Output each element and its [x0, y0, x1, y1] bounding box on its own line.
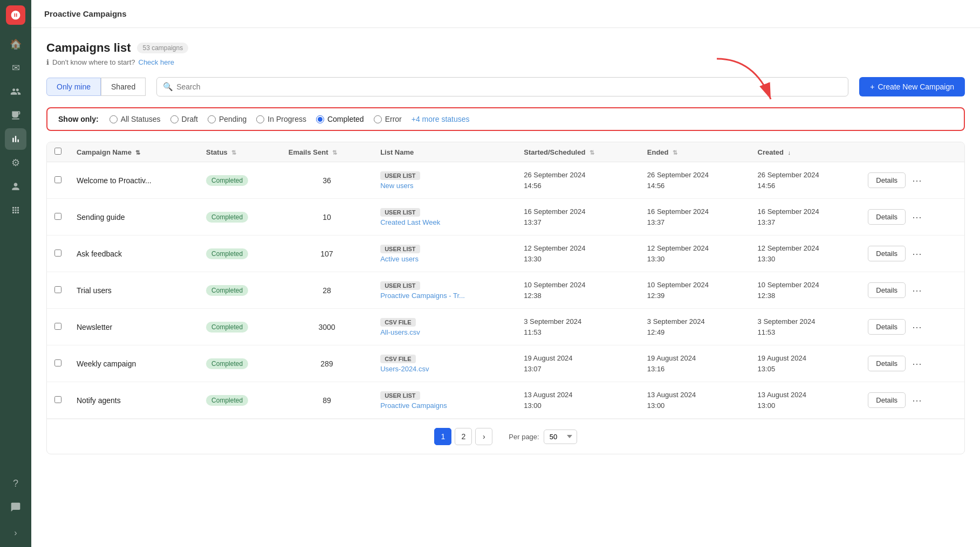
emails-sent-4: 3000 — [281, 309, 373, 345]
pagination: 1 2 › Per page: 50 25 100 — [47, 419, 964, 454]
only-mine-btn[interactable]: Only mine — [46, 78, 101, 96]
sidebar-item-users[interactable] — [5, 176, 26, 197]
list-type-badge-2: USER LIST — [380, 245, 420, 253]
plus-icon: + — [870, 82, 874, 91]
details-btn-6[interactable]: Details — [868, 392, 906, 408]
actions-2: Details ⋯ — [860, 236, 964, 272]
list-name-link-5[interactable]: Users-2024.csv — [380, 365, 429, 373]
page-1-btn[interactable]: 1 — [434, 428, 451, 445]
search-icon: 🔍 — [163, 82, 173, 92]
sidebar-item-settings[interactable]: ⚙ — [5, 152, 26, 174]
app-title: Proactive Campaigns — [44, 9, 127, 18]
details-btn-5[interactable]: Details — [868, 356, 906, 371]
row-checkbox-input-4[interactable] — [54, 323, 61, 330]
status-in-progress[interactable]: In Progress — [256, 115, 306, 123]
sidebar-item-chat[interactable] — [5, 496, 26, 518]
page-next-btn[interactable]: › — [475, 428, 492, 445]
status-badge-0: Completed — [206, 175, 248, 186]
row-checkbox-input-3[interactable] — [54, 286, 61, 293]
table-row: Notify agents Completed 89 USER LIST Pro… — [47, 382, 964, 419]
row-checkbox-input-6[interactable] — [54, 396, 61, 403]
list-type-badge-1: USER LIST — [380, 208, 420, 217]
th-campaign-name[interactable]: Campaign Name ⇅ — [69, 142, 198, 162]
sidebar-expand-btn[interactable]: › — [5, 524, 26, 542]
status-2: Completed — [198, 236, 281, 272]
more-options-btn-4[interactable]: ⋯ — [909, 319, 925, 335]
status-pending[interactable]: Pending — [208, 115, 246, 123]
list-type-badge-6: USER LIST — [380, 391, 420, 400]
table-row: Weekly campaign Completed 289 CSV FILE U… — [47, 345, 964, 382]
started-2: 12 September 202413:30 — [516, 236, 640, 272]
created-4: 3 September 202411:53 — [750, 309, 861, 345]
per-page-select[interactable]: 50 25 100 — [544, 430, 577, 444]
th-checkbox — [47, 142, 69, 162]
th-status[interactable]: Status ⇅ — [198, 142, 281, 162]
sidebar-item-contacts[interactable] — [5, 81, 26, 102]
th-ended[interactable]: Ended ⇅ — [640, 142, 750, 162]
list-name-link-4[interactable]: All-users.csv — [380, 328, 420, 336]
th-started[interactable]: Started/Scheduled ⇅ — [516, 142, 640, 162]
row-checkbox-4 — [47, 309, 69, 345]
create-campaign-btn[interactable]: + Create New Campaign — [859, 77, 965, 96]
list-name-link-0[interactable]: New users — [380, 182, 413, 190]
more-options-btn-2[interactable]: ⋯ — [909, 246, 925, 262]
sidebar-item-analytics[interactable] — [5, 128, 26, 150]
list-name-cell-5: CSV FILE Users-2024.csv — [373, 345, 516, 382]
th-created[interactable]: Created ↓ — [750, 142, 861, 162]
table-row: Ask feedback Completed 107 USER LIST Act… — [47, 236, 964, 272]
shared-btn[interactable]: Shared — [101, 78, 146, 96]
topbar: Proactive Campaigns — [31, 0, 980, 28]
status-badge-1: Completed — [206, 212, 248, 223]
row-checkbox-input-1[interactable] — [54, 213, 61, 220]
ended-1: 16 September 202413:37 — [640, 199, 750, 236]
list-name-link-2[interactable]: Active users — [380, 255, 419, 263]
status-all[interactable]: All Statuses — [109, 115, 161, 123]
details-btn-1[interactable]: Details — [868, 209, 906, 225]
more-statuses-btn[interactable]: +4 more statuses — [412, 115, 470, 123]
campaign-name-2: Ask feedback — [69, 236, 198, 272]
more-options-btn-1[interactable]: ⋯ — [909, 209, 925, 225]
actions-0: Details ⋯ — [860, 162, 964, 199]
select-all-checkbox[interactable] — [54, 148, 61, 155]
ended-4: 3 September 202412:49 — [640, 309, 750, 345]
details-btn-0[interactable]: Details — [868, 172, 906, 188]
ended-3: 10 September 202412:39 — [640, 272, 750, 309]
sidebar-item-grid[interactable] — [5, 199, 26, 221]
started-0: 26 September 202414:56 — [516, 162, 640, 199]
actions-6: Details ⋯ — [860, 382, 964, 419]
details-btn-2[interactable]: Details — [868, 246, 906, 261]
th-emails-sent[interactable]: Emails Sent ⇅ — [281, 142, 373, 162]
row-checkbox-input-5[interactable] — [54, 359, 61, 366]
more-options-btn-0[interactable]: ⋯ — [909, 172, 925, 189]
list-name-link-6[interactable]: Proactive Campaigns — [380, 401, 447, 410]
details-btn-3[interactable]: Details — [868, 282, 906, 298]
row-checkbox-3 — [47, 272, 69, 309]
page-2-btn[interactable]: 2 — [455, 428, 472, 445]
status-draft[interactable]: Draft — [170, 115, 198, 123]
status-0: Completed — [198, 162, 281, 199]
more-options-btn-3[interactable]: ⋯ — [909, 282, 925, 299]
sidebar-item-home[interactable]: 🏠 — [5, 33, 26, 55]
status-5: Completed — [198, 345, 281, 382]
help-link[interactable]: Check here — [139, 58, 174, 66]
list-name-link-1[interactable]: Created Last Week — [380, 218, 440, 226]
list-type-badge-3: USER LIST — [380, 281, 420, 290]
row-checkbox-0 — [47, 162, 69, 199]
row-checkbox-input-0[interactable] — [54, 176, 61, 183]
more-options-btn-5[interactable]: ⋯ — [909, 356, 925, 372]
list-name-link-3[interactable]: Proactive Campaigns - Tr... — [380, 292, 465, 300]
table-body: Welcome to Proactiv... Completed 36 USER… — [47, 162, 964, 419]
search-wrap: 🔍 — [156, 77, 848, 96]
sidebar-item-campaigns[interactable] — [5, 105, 26, 126]
sort-created: ↓ — [788, 149, 791, 156]
details-btn-4[interactable]: Details — [868, 319, 906, 335]
sort-started: ⇅ — [590, 149, 594, 156]
status-completed[interactable]: Completed — [316, 115, 364, 123]
row-checkbox-input-2[interactable] — [54, 250, 61, 257]
sidebar-item-email[interactable]: ✉ — [5, 57, 26, 79]
ended-5: 19 August 202413:16 — [640, 345, 750, 382]
status-error[interactable]: Error — [374, 115, 402, 123]
search-input[interactable] — [156, 77, 848, 96]
more-options-btn-6[interactable]: ⋯ — [909, 392, 925, 408]
sidebar-item-help[interactable]: ? — [5, 473, 26, 494]
